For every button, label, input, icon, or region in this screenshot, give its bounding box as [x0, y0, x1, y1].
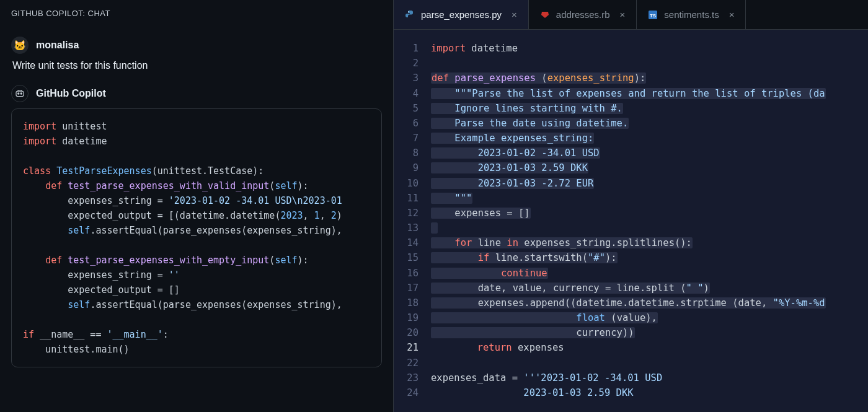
line-number: 12: [394, 206, 418, 221]
line-number: 19: [394, 310, 418, 325]
editor-gutter: 123456789101112131415161718192021222324: [394, 41, 431, 412]
tab-addresses-rb[interactable]: addresses.rb×: [529, 0, 637, 29]
user-avatar-icon: 🐱: [14, 40, 26, 51]
line-number: 22: [394, 356, 418, 370]
code-line: """Parse the list of expenses and return…: [431, 86, 868, 101]
tab-sentiments-ts[interactable]: TSsentiments.ts×: [637, 0, 746, 29]
code-line: expenses.append((datetime.datetime.strpt…: [431, 296, 868, 310]
editor-tabs: parse_expenses.py×addresses.rb×TSsentime…: [394, 0, 868, 30]
line-number: 3: [394, 71, 418, 85]
tab-label: sentiments.ts: [664, 9, 719, 20]
code-line: return expenses: [431, 340, 868, 355]
code-line: [431, 56, 868, 71]
chat-code-block[interactable]: import unittestimport datetime class Tes…: [11, 108, 382, 367]
line-number: 23: [394, 370, 418, 385]
copilot-avatar: [11, 85, 29, 102]
code-line: 2023-01-02 -34.01 USD: [431, 146, 868, 160]
user-avatar: 🐱: [11, 37, 29, 54]
code-line: [23, 238, 370, 253]
line-number: 16: [394, 266, 418, 281]
editor-panel: parse_expenses.py×addresses.rb×TSsentime…: [394, 0, 868, 412]
code-line: date, value, currency = line.split (" "): [431, 281, 868, 296]
line-number: 4: [394, 86, 418, 101]
chat-body: 🐱 monalisa Write unit tests for this fun…: [0, 27, 393, 412]
line-number: 6: [394, 116, 418, 131]
code-line: [23, 149, 370, 164]
chat-username: monalisa: [36, 40, 79, 51]
line-number: 11: [394, 191, 418, 206]
line-number: 18: [394, 296, 418, 310]
code-line: 2023-01-03 -2.72 EUR: [431, 176, 868, 191]
code-line: import unittest: [23, 119, 370, 134]
line-number: 9: [394, 160, 418, 175]
code-line: expected_output = [(datetime.datetime(20…: [23, 208, 370, 223]
chat-user-message: Write unit tests for this function: [11, 60, 382, 71]
tab-label: addresses.rb: [556, 9, 610, 20]
line-number: 14: [394, 235, 418, 250]
line-number: 1: [394, 41, 418, 56]
code-line: for line in expenses_string.splitlines()…: [431, 235, 868, 250]
code-line: self.assertEqual(parse_expenses(expenses…: [23, 223, 370, 238]
close-icon[interactable]: ×: [729, 9, 735, 20]
code-line: float (value),: [431, 310, 868, 325]
code-line: Ignore lines starting with #.: [431, 101, 868, 116]
code-line: def test_parse_expenses_with_empty_input…: [23, 253, 370, 268]
ts-icon: TS: [648, 10, 658, 20]
code-line: expenses_string = '': [23, 268, 370, 283]
code-line: currency)): [431, 325, 868, 340]
python-icon: [405, 10, 415, 20]
code-line: import datetime: [431, 41, 868, 56]
chat-panel: GITHUB COPILOT: CHAT 🐱 monalisa Write un…: [0, 0, 394, 412]
line-number: 21: [394, 340, 418, 355]
line-number: 24: [394, 385, 418, 400]
code-line: Example expenses_string:: [431, 131, 868, 146]
code-line: continue: [431, 266, 868, 281]
line-number: 15: [394, 250, 418, 265]
line-number: 10: [394, 176, 418, 191]
line-number: 17: [394, 281, 418, 296]
code-line: 2023-01-03 2.59 DKK: [431, 385, 868, 400]
code-line: self.assertEqual(parse_expenses(expenses…: [23, 297, 370, 312]
code-line: expected_output = []: [23, 283, 370, 297]
tab-label: parse_expenses.py: [421, 9, 502, 20]
svg-text:TS: TS: [650, 12, 656, 18]
editor[interactable]: 123456789101112131415161718192021222324 …: [394, 30, 868, 412]
tab-parse_expenses-py[interactable]: parse_expenses.py×: [394, 0, 529, 29]
copilot-icon: [14, 88, 25, 99]
svg-point-3: [408, 11, 409, 12]
code-line: def test_parse_expenses_with_valid_input…: [23, 178, 370, 193]
code-line: [431, 356, 868, 370]
line-number: 2: [394, 56, 418, 71]
line-number: 20: [394, 325, 418, 340]
ruby-icon: [540, 10, 550, 20]
line-number: 5: [394, 101, 418, 116]
chat-bot-name: GitHub Copilot: [36, 88, 106, 99]
editor-code[interactable]: import datetime def parse_expenses (expe…: [431, 41, 868, 412]
code-line: expenses_string = '2023-01-02 -34.01 USD…: [23, 193, 370, 208]
chat-bot-row: GitHub Copilot: [11, 85, 382, 102]
chat-header: GITHUB COPILOT: CHAT: [0, 0, 393, 27]
code-line: unittest.main(): [23, 342, 370, 357]
line-number: 8: [394, 146, 418, 160]
code-line: class TestParseExpenses(unittest.TestCas…: [23, 164, 370, 178]
close-icon[interactable]: ×: [512, 9, 517, 20]
svg-rect-0: [16, 91, 24, 96]
code-line: [23, 312, 370, 327]
code-line: if __name__ == '__main__':: [23, 327, 370, 342]
line-number: 7: [394, 131, 418, 146]
svg-point-2: [20, 93, 22, 94]
code-line: """: [431, 191, 868, 206]
code-line: expenses_data = '''2023-01-02 -34.01 USD: [431, 370, 868, 385]
chat-user-row: 🐱 monalisa: [11, 37, 382, 54]
line-number: 13: [394, 221, 418, 235]
code-line: 2023-01-03 2.59 DKK: [431, 160, 868, 175]
code-line: expenses = []: [431, 206, 868, 221]
code-line: if line.startswith("#"):: [431, 250, 868, 265]
svg-point-1: [18, 93, 19, 94]
code-line: def parse_expenses (expenses_string):: [431, 71, 868, 85]
code-line: [431, 221, 868, 235]
close-icon[interactable]: ×: [620, 9, 626, 20]
code-line: import datetime: [23, 134, 370, 149]
code-line: Parse the date using datetime.: [431, 116, 868, 131]
